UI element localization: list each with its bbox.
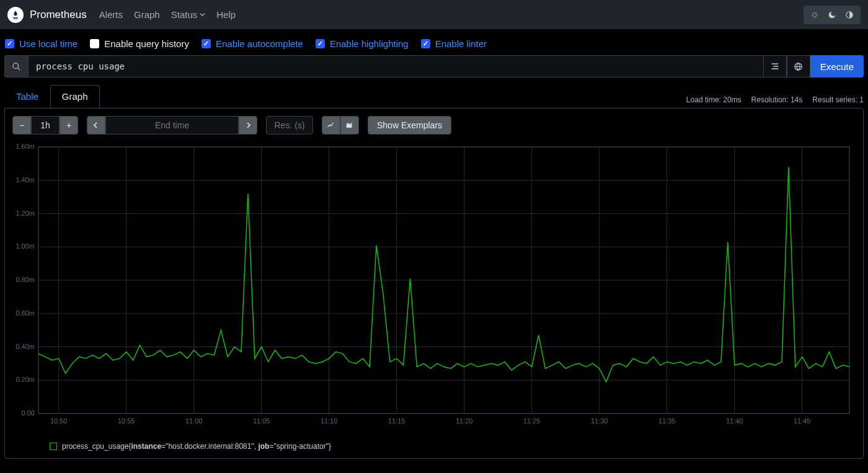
svg-text:1.60m: 1.60m (16, 143, 35, 150)
svg-text:11:40: 11:40 (726, 417, 743, 425)
endtime-input[interactable] (105, 116, 239, 135)
stacked-chart-button[interactable] (340, 116, 359, 135)
legend[interactable]: process_cpu_usage{instance="host.docker.… (50, 442, 856, 451)
globe-button[interactable] (787, 55, 810, 77)
svg-text:0.80m: 0.80m (16, 276, 35, 283)
option-use-local-time[interactable]: ✓Use local time (5, 38, 78, 49)
nav-graph[interactable]: Graph (134, 9, 160, 20)
resolution-input[interactable] (266, 116, 313, 135)
svg-text:0.40m: 0.40m (16, 343, 35, 350)
svg-text:1.40m: 1.40m (16, 176, 35, 183)
chart[interactable]: 0.000.20m0.40m0.60m0.80m1.00m1.20m1.40m1… (12, 142, 854, 431)
time-backward-button[interactable] (87, 116, 105, 135)
option-label: Enable autocomplete (216, 38, 303, 49)
endtime-group (87, 116, 257, 135)
option-label: Enable linter (435, 38, 487, 49)
theme-switcher (804, 6, 861, 24)
tabs-row: Table Graph Load time: 20ms Resolution: … (0, 85, 868, 108)
tab-graph[interactable]: Graph (50, 85, 100, 108)
theme-system-button[interactable] (806, 8, 823, 22)
option-label: Enable query history (104, 38, 189, 49)
svg-text:11:45: 11:45 (794, 417, 811, 425)
stat-series: Result series: 1 (812, 95, 864, 104)
chevron-right-icon (245, 122, 251, 128)
svg-text:10:50: 10:50 (50, 417, 68, 425)
brand[interactable]: Prometheus (7, 7, 87, 23)
globe-icon (794, 62, 803, 71)
checkbox[interactable]: ✓ (202, 39, 211, 48)
charttype-group (322, 116, 359, 135)
nav-links: Alerts Graph Status Help (99, 9, 236, 20)
svg-text:0.00: 0.00 (22, 409, 35, 417)
nav-help[interactable]: Help (216, 9, 236, 20)
stat-resolution: Resolution: 14s (751, 95, 803, 104)
svg-text:11:25: 11:25 (523, 417, 541, 425)
option-label: Enable highlighting (330, 38, 409, 49)
checkbox[interactable]: ✓ (421, 39, 430, 48)
svg-text:11:20: 11:20 (456, 417, 473, 425)
svg-text:1.20m: 1.20m (16, 210, 35, 217)
line-chart-icon (327, 121, 335, 130)
graph-panel: − 1h + Show Exemplars 0.000.20m0.40m0.60… (4, 108, 864, 459)
svg-text:0.60m: 0.60m (16, 309, 35, 317)
option-label: Use local time (19, 38, 78, 49)
option-enable-autocomplete[interactable]: ✓Enable autocomplete (202, 38, 303, 49)
query-stats: Load time: 20ms Resolution: 14s Result s… (686, 95, 864, 108)
range-group: − 1h + (12, 116, 78, 135)
plot-area: 0.000.20m0.40m0.60m0.80m1.00m1.20m1.40m1… (12, 142, 856, 431)
svg-text:11:35: 11:35 (658, 417, 676, 425)
format-button[interactable] (763, 55, 787, 77)
svg-text:1.00m: 1.00m (16, 242, 35, 250)
svg-point-1 (13, 63, 19, 68)
tab-table[interactable]: Table (4, 85, 50, 108)
svg-text:11:10: 11:10 (321, 417, 338, 425)
nav-alerts[interactable]: Alerts (99, 9, 123, 20)
option-enable-query-history[interactable]: Enable query history (90, 38, 189, 49)
expression-input[interactable] (28, 55, 763, 77)
svg-text:11:30: 11:30 (591, 417, 608, 425)
query-row: Execute (0, 55, 868, 85)
execute-button[interactable]: Execute (810, 55, 864, 77)
line-chart-button[interactable] (322, 116, 340, 135)
chevron-down-icon (200, 12, 205, 17)
metrics-explorer-button[interactable] (4, 55, 28, 77)
graph-controls: − 1h + Show Exemplars (12, 116, 856, 135)
checkbox[interactable] (90, 39, 99, 48)
svg-text:10:55: 10:55 (118, 417, 135, 425)
legend-swatch (50, 443, 57, 450)
nav-status[interactable]: Status (171, 9, 206, 20)
range-increase-button[interactable]: + (60, 116, 78, 135)
svg-text:11:15: 11:15 (388, 417, 405, 425)
range-input[interactable]: 1h (31, 116, 60, 135)
svg-text:11:00: 11:00 (185, 417, 203, 425)
svg-text:0.20m: 0.20m (16, 376, 35, 383)
prometheus-logo-icon (7, 7, 24, 23)
theme-dark-button[interactable] (823, 8, 841, 22)
brand-name: Prometheus (30, 9, 87, 21)
range-decrease-button[interactable]: − (12, 116, 31, 135)
navbar: Prometheus Alerts Graph Status Help (0, 0, 868, 29)
search-icon (12, 62, 21, 71)
show-exemplars-button[interactable]: Show Exemplars (368, 116, 451, 135)
stat-load: Load time: 20ms (686, 95, 742, 104)
format-icon (770, 61, 780, 71)
options-row: ✓Use local timeEnable query history✓Enab… (0, 29, 868, 55)
legend-label: process_cpu_usage{instance="host.docker.… (62, 442, 331, 451)
svg-text:11:05: 11:05 (253, 417, 270, 425)
chevron-left-icon (93, 122, 99, 128)
area-chart-icon (345, 121, 354, 130)
checkbox[interactable]: ✓ (5, 39, 14, 48)
nav-status-label: Status (171, 9, 198, 20)
time-forward-button[interactable] (239, 116, 257, 135)
theme-contrast-button[interactable] (841, 8, 858, 22)
option-enable-highlighting[interactable]: ✓Enable highlighting (316, 38, 409, 49)
option-enable-linter[interactable]: ✓Enable linter (421, 38, 487, 49)
checkbox[interactable]: ✓ (316, 39, 325, 48)
